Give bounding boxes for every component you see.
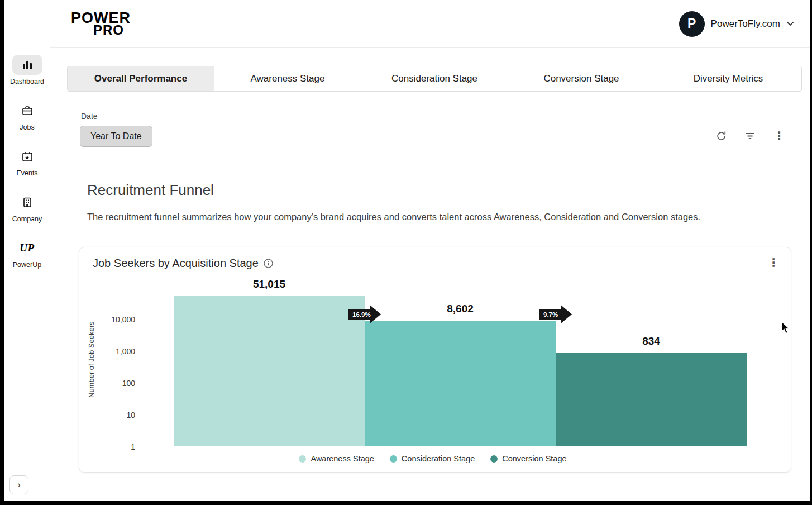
legend-color-dot <box>390 455 397 463</box>
sidebar-item-jobs[interactable]: Jobs <box>4 101 50 131</box>
chart-title: Job Seekers by Acquisition Stage <box>87 257 259 270</box>
account-label: PowerToFly.com <box>711 18 780 30</box>
sidebar-item-label: PowerUp <box>13 261 41 269</box>
y-axis-ticks: 10,0001,000100101 <box>101 273 142 446</box>
funnel-bar-3[interactable] <box>556 353 747 446</box>
tab-awareness-stage[interactable]: Awareness Stage <box>214 66 361 92</box>
funnel-plot: 51,0158,60283416.9%9.7% <box>142 273 778 446</box>
y-tick-label: 1 <box>131 442 135 451</box>
legend-label: Consideration Stage <box>402 454 475 463</box>
info-icon[interactable] <box>264 259 273 268</box>
tab-consideration-stage[interactable]: Consideration Stage <box>361 66 508 92</box>
building-icon <box>12 192 42 212</box>
tab-diversity-metrics[interactable]: Diversity Metrics <box>655 66 802 92</box>
funnel-chart-card: Job Seekers by Acquisition Stage ⋮ Numbe… <box>79 247 791 473</box>
sidebar-item-company[interactable]: Company <box>4 192 50 223</box>
legend-item[interactable]: Consideration Stage <box>390 454 475 463</box>
funnel-bar-1[interactable] <box>174 296 365 446</box>
section-description: The recruitment funnel summarizes how yo… <box>87 212 773 222</box>
funnel-chart: Number of Job Seekers 10,0001,000100101 … <box>87 273 778 446</box>
sidebar-expand-button[interactable]: › <box>9 475 28 494</box>
sidebar-item-label: Dashboard <box>10 78 44 85</box>
legend-color-dot <box>490 455 498 463</box>
sidebar-item-dashboard[interactable]: Dashboard <box>4 55 50 85</box>
legend-label: Conversion Stage <box>502 454 566 463</box>
card-kebab-menu-icon[interactable]: ⋮ <box>767 256 780 269</box>
filter-row: Date Year To Date ⋮ <box>50 112 810 147</box>
bar-value-label: 834 <box>642 335 660 347</box>
stage-tabs: Overall Performance Awareness Stage Cons… <box>67 66 802 92</box>
date-filter-label: Date <box>81 112 152 121</box>
y-tick-label: 1,000 <box>116 347 135 356</box>
filter-icon[interactable] <box>744 130 756 142</box>
powerpro-logo: POWER PRO <box>71 11 131 37</box>
section-title: Recruitment Funnel <box>87 182 810 199</box>
legend-item[interactable]: Conversion Stage <box>490 454 566 463</box>
top-header: POWER PRO P PowerToFly.com <box>50 0 810 48</box>
account-menu[interactable]: P PowerToFly.com <box>679 11 794 37</box>
tab-conversion-stage[interactable]: Conversion Stage <box>508 66 655 92</box>
chevron-down-icon <box>786 21 794 26</box>
card-header: Job Seekers by Acquisition Stage <box>87 257 778 270</box>
chevron-right-icon: › <box>17 479 21 490</box>
kebab-menu-icon[interactable]: ⋮ <box>773 130 785 142</box>
y-tick-label: 100 <box>122 379 135 388</box>
y-axis-title: Number of Job Seekers <box>87 273 101 446</box>
sidebar-item-powerup[interactable]: UP PowerUp <box>4 238 50 269</box>
chart-legend: Awareness StageConsideration StageConver… <box>87 454 778 463</box>
sidebar-item-label: Jobs <box>20 123 34 131</box>
calendar-star-icon <box>12 146 42 166</box>
date-filter: Date Year To Date <box>80 112 152 147</box>
sidebar-item-label: Company <box>12 215 42 223</box>
sidebar-item-label: Events <box>16 169 37 177</box>
bar-value-label: 51,015 <box>253 278 285 290</box>
up-logo-icon: UP <box>12 238 42 258</box>
legend-color-dot <box>299 455 306 463</box>
sidebar: Dashboard Jobs Events Company UP PowerUp <box>4 0 50 501</box>
tab-overall-performance[interactable]: Overall Performance <box>67 66 214 92</box>
legend-label: Awareness Stage <box>311 454 374 463</box>
toolbar-icons: ⋮ <box>715 130 785 147</box>
app-window: Dashboard Jobs Events Company UP PowerUp <box>4 0 810 501</box>
y-tick-label: 10 <box>126 411 135 420</box>
avatar: P <box>679 11 705 37</box>
date-filter-chip[interactable]: Year To Date <box>80 126 152 147</box>
legend-item[interactable]: Awareness Stage <box>299 454 374 463</box>
main-area: POWER PRO P PowerToFly.com Overall Perfo… <box>50 0 810 501</box>
bar-chart-icon <box>12 55 42 75</box>
briefcase-icon <box>12 101 42 121</box>
y-tick-label: 10,000 <box>111 315 135 324</box>
funnel-bar-2[interactable] <box>365 321 556 446</box>
sidebar-item-events[interactable]: Events <box>4 146 50 177</box>
bar-value-label: 8,602 <box>447 303 474 315</box>
refresh-icon[interactable] <box>715 130 727 142</box>
